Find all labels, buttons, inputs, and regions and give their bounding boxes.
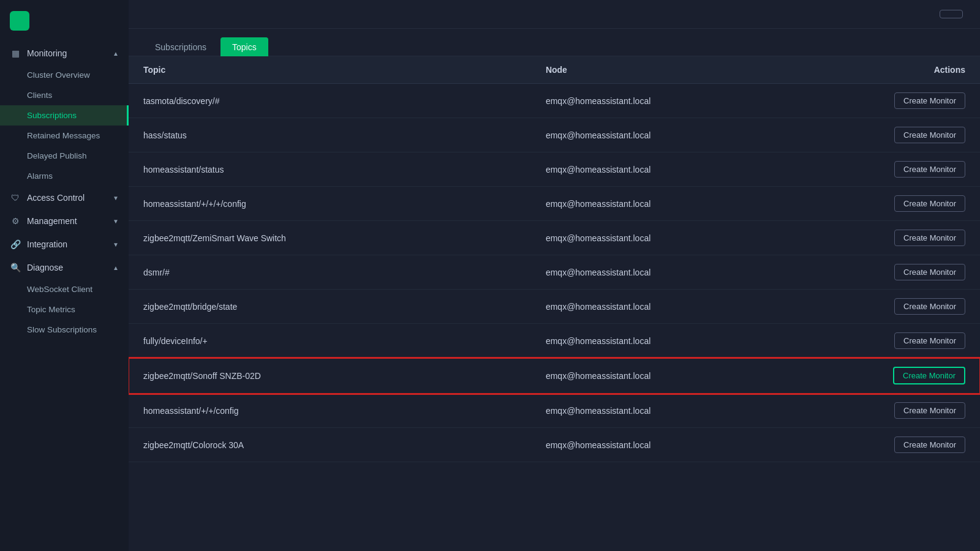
create-monitor-button[interactable]: Create Monitor bbox=[894, 402, 965, 419]
chevron-icon-1: ▼ bbox=[113, 195, 119, 201]
create-monitor-button[interactable]: Create Monitor bbox=[893, 367, 965, 384]
tabs-bar: SubscriptionsTopics bbox=[129, 29, 980, 56]
topic-cell: tasmota/discovery/# bbox=[129, 84, 531, 118]
group-icon-1: 🛡 bbox=[10, 192, 21, 203]
actions-cell: Create Monitor bbox=[845, 221, 980, 255]
node-cell: emqx@homeassistant.local bbox=[531, 290, 845, 324]
create-monitor-button[interactable]: Create Monitor bbox=[894, 332, 965, 349]
topic-cell: hass/status bbox=[129, 118, 531, 152]
actions-cell: Create Monitor bbox=[845, 428, 980, 462]
table-container: TopicNodeActions tasmota/discovery/#emqx… bbox=[129, 56, 980, 551]
subscriptions-table: TopicNodeActions tasmota/discovery/#emqx… bbox=[129, 56, 980, 462]
node-cell: emqx@homeassistant.local bbox=[531, 152, 845, 187]
actions-cell: Create Monitor bbox=[845, 187, 980, 221]
sidebar-group-diagnose[interactable]: 🔍 Diagnose ▲ bbox=[0, 256, 129, 279]
group-label-3: Integration bbox=[27, 239, 107, 249]
node-cell: emqx@homeassistant.local bbox=[531, 255, 845, 290]
sidebar-item-delayed-publish[interactable]: Delayed Publish bbox=[0, 146, 129, 166]
table-row: zigbee2mqtt/ZemiSmart Wave Switchemqx@ho… bbox=[129, 221, 980, 255]
chevron-icon-0: ▲ bbox=[113, 50, 119, 57]
table-row: zigbee2mqtt/Sonoff SNZB-02Demqx@homeassi… bbox=[129, 358, 980, 394]
topic-cell: fully/deviceInfo/+ bbox=[129, 324, 531, 358]
topic-cell: homeassistant/+/+/config bbox=[129, 394, 531, 428]
actions-cell: Create Monitor bbox=[845, 290, 980, 324]
group-label-4: Diagnose bbox=[27, 263, 107, 272]
node-cell: emqx@homeassistant.local bbox=[531, 118, 845, 152]
table-row: homeassistant/+/+/+/configemqx@homeassis… bbox=[129, 187, 980, 221]
main-content: SubscriptionsTopics TopicNodeActions tas… bbox=[129, 0, 980, 551]
topic-cell: homeassistant/+/+/+/config bbox=[129, 187, 531, 221]
node-cell: emqx@homeassistant.local bbox=[531, 84, 845, 118]
topic-cell: zigbee2mqtt/Sonoff SNZB-02D bbox=[129, 358, 531, 394]
create-monitor-button[interactable]: Create Monitor bbox=[894, 264, 965, 280]
table-row: hass/statusemqx@homeassistant.localCreat… bbox=[129, 118, 980, 152]
table-row: homeassistant/statusemqx@homeassistant.l… bbox=[129, 152, 980, 187]
group-icon-3: 🔗 bbox=[10, 239, 21, 250]
sidebar-group-integration[interactable]: 🔗 Integration ▼ bbox=[0, 233, 129, 256]
table-row: zigbee2mqtt/Colorock 30Aemqx@homeassista… bbox=[129, 428, 980, 462]
sidebar-item-retained-messages[interactable]: Retained Messages bbox=[0, 126, 129, 146]
col-header-node: Node bbox=[531, 56, 845, 84]
create-monitor-button[interactable]: Create Monitor bbox=[894, 298, 965, 315]
table-row: tasmota/discovery/#emqx@homeassistant.lo… bbox=[129, 84, 980, 118]
sidebar: ▦ Monitoring ▲ Cluster OverviewClientsSu… bbox=[0, 0, 129, 551]
actions-cell: Create Monitor bbox=[845, 324, 980, 358]
sidebar-item-topic-metrics[interactable]: Topic Metrics bbox=[0, 299, 129, 320]
actions-cell: Create Monitor bbox=[845, 358, 980, 394]
actions-cell: Create Monitor bbox=[845, 118, 980, 152]
node-cell: emqx@homeassistant.local bbox=[531, 358, 845, 394]
create-monitor-button[interactable]: Create Monitor bbox=[894, 161, 965, 178]
create-monitor-button[interactable]: Create Monitor bbox=[894, 195, 965, 212]
topbar bbox=[129, 0, 980, 29]
topic-cell: homeassistant/status bbox=[129, 152, 531, 187]
actions-cell: Create Monitor bbox=[845, 255, 980, 290]
sidebar-group-management[interactable]: ⚙ Management ▼ bbox=[0, 209, 129, 233]
node-cell: emqx@homeassistant.local bbox=[531, 221, 845, 255]
table-row: dsmr/#emqx@homeassistant.localCreate Mon… bbox=[129, 255, 980, 290]
group-label-2: Management bbox=[27, 216, 107, 226]
topic-cell: zigbee2mqtt/Colorock 30A bbox=[129, 428, 531, 462]
sidebar-group-monitoring[interactable]: ▦ Monitoring ▲ bbox=[0, 42, 129, 65]
tab-topics[interactable]: Topics bbox=[221, 37, 268, 56]
upgrade-button[interactable] bbox=[940, 10, 963, 18]
topic-cell: dsmr/# bbox=[129, 255, 531, 290]
col-header-actions: Actions bbox=[845, 56, 980, 84]
tab-subscriptions[interactable]: Subscriptions bbox=[143, 37, 218, 56]
group-icon-0: ▦ bbox=[10, 48, 21, 59]
node-cell: emqx@homeassistant.local bbox=[531, 187, 845, 221]
create-monitor-button[interactable]: Create Monitor bbox=[894, 437, 965, 453]
actions-cell: Create Monitor bbox=[845, 152, 980, 187]
node-cell: emqx@homeassistant.local bbox=[531, 428, 845, 462]
sidebar-group-access-control[interactable]: 🛡 Access Control ▼ bbox=[0, 186, 129, 209]
chevron-icon-2: ▼ bbox=[113, 218, 119, 225]
group-icon-2: ⚙ bbox=[10, 216, 21, 227]
col-header-topic: Topic bbox=[129, 56, 531, 84]
create-monitor-button[interactable]: Create Monitor bbox=[894, 230, 965, 246]
logo-icon bbox=[10, 11, 29, 31]
actions-cell: Create Monitor bbox=[845, 394, 980, 428]
chevron-icon-3: ▼ bbox=[113, 241, 119, 248]
group-icon-4: 🔍 bbox=[10, 262, 21, 273]
node-cell: emqx@homeassistant.local bbox=[531, 394, 845, 428]
sidebar-item-slow-subscriptions[interactable]: Slow Subscriptions bbox=[0, 320, 129, 340]
sidebar-item-clients[interactable]: Clients bbox=[0, 85, 129, 105]
topic-cell: zigbee2mqtt/bridge/state bbox=[129, 290, 531, 324]
group-label-0: Monitoring bbox=[27, 48, 107, 58]
sidebar-item-alarms[interactable]: Alarms bbox=[0, 166, 129, 186]
table-row: fully/deviceInfo/+emqx@homeassistant.loc… bbox=[129, 324, 980, 358]
topic-cell: zigbee2mqtt/ZemiSmart Wave Switch bbox=[129, 221, 531, 255]
sidebar-item-cluster-overview[interactable]: Cluster Overview bbox=[0, 65, 129, 85]
sidebar-item-websocket-client[interactable]: WebSocket Client bbox=[0, 279, 129, 299]
group-label-1: Access Control bbox=[27, 193, 107, 203]
actions-cell: Create Monitor bbox=[845, 84, 980, 118]
sidebar-item-subscriptions[interactable]: Subscriptions bbox=[0, 105, 129, 126]
table-row: zigbee2mqtt/bridge/stateemqx@homeassista… bbox=[129, 290, 980, 324]
create-monitor-button[interactable]: Create Monitor bbox=[894, 127, 965, 143]
node-cell: emqx@homeassistant.local bbox=[531, 324, 845, 358]
chevron-icon-4: ▲ bbox=[113, 264, 119, 271]
logo bbox=[0, 0, 129, 42]
table-row: homeassistant/+/+/configemqx@homeassista… bbox=[129, 394, 980, 428]
create-monitor-button[interactable]: Create Monitor bbox=[894, 92, 965, 109]
